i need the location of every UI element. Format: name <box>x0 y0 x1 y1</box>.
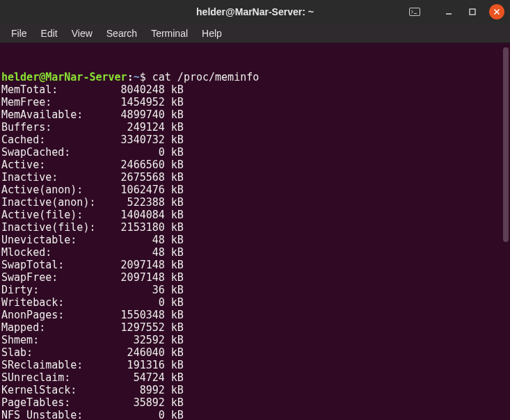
menu-item-help[interactable]: Help <box>196 26 228 41</box>
terminal-area[interactable]: helder@MarNar-Server:~$ cat /proc/meminf… <box>0 43 510 420</box>
command-text <box>146 71 152 83</box>
terminal-indicator-icon <box>408 6 421 18</box>
scrollbar-thumb[interactable] <box>503 47 509 242</box>
menu-item-terminal[interactable]: Terminal <box>145 26 193 41</box>
menu-item-search[interactable]: Search <box>101 26 143 41</box>
meminfo-output: MemTotal: 8040248 kB MemFree: 1454952 kB… <box>1 83 509 420</box>
maximize-button[interactable] <box>465 5 479 19</box>
menu-item-edit[interactable]: Edit <box>35 26 63 41</box>
window-controls <box>442 4 504 19</box>
menubar: FileEditViewSearchTerminalHelp <box>0 24 510 43</box>
svg-rect-3 <box>470 9 475 15</box>
menu-item-view[interactable]: View <box>66 26 98 41</box>
window-title: helder@MarNar-Server: ~ <box>196 6 314 17</box>
titlebar: helder@MarNar-Server: ~ <box>0 0 510 24</box>
command-text: cat /proc/meminfo <box>152 71 260 83</box>
svg-rect-0 <box>410 8 420 16</box>
terminal-output: helder@MarNar-Server:~$ cat /proc/meminf… <box>0 43 510 420</box>
menu-item-file[interactable]: File <box>6 26 33 41</box>
prompt-path: ~ <box>134 71 140 83</box>
close-button[interactable] <box>489 4 504 19</box>
minimize-button[interactable] <box>442 5 456 19</box>
prompt-user-host: helder@MarNar-Server <box>1 71 127 83</box>
prompt-symbol: $ <box>140 71 146 83</box>
prompt-line: helder@MarNar-Server:~$ cat /proc/meminf… <box>1 71 509 83</box>
prompt-colon: : <box>127 71 134 83</box>
